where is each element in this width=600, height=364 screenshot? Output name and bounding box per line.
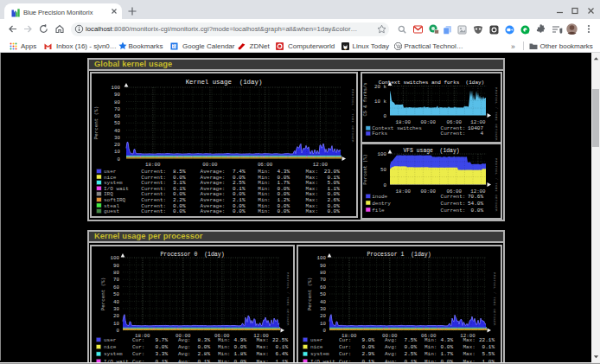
svg-text:Min:: Min:: [218, 337, 230, 343]
svg-text:0.0%: 0.0%: [198, 344, 211, 350]
svg-text:dentry: dentry: [372, 201, 391, 207]
svg-text:Avg:: Avg:: [385, 344, 397, 350]
svg-text:Context switches and forks (1: Context switches and forks (1day): [379, 80, 484, 86]
svg-text:Current:: Current:: [441, 201, 466, 207]
svg-text:5.5%: 5.5%: [482, 351, 495, 357]
svg-text:8.3%: 8.3%: [198, 337, 211, 343]
svg-text:80: 80: [320, 270, 326, 276]
svg-text:70: 70: [113, 277, 119, 283]
svg-text:user: user: [104, 337, 117, 343]
svg-text:100: 100: [111, 255, 120, 261]
svg-text:90: 90: [113, 263, 119, 269]
svg-text:Max:: Max:: [463, 337, 476, 343]
svg-text:0.0%: 0.0%: [173, 208, 186, 214]
svg-text:70: 70: [114, 106, 120, 112]
svg-text:18:00: 18:00: [396, 188, 412, 195]
svg-text:0: 0: [384, 182, 387, 188]
svg-text:Forks: Forks: [372, 131, 387, 137]
svg-text:0.0%: 0.0%: [327, 208, 340, 214]
svg-text:12:00: 12:00: [470, 119, 486, 125]
svg-text:Kernel usage (1day): Kernel usage (1day): [186, 79, 263, 86]
svg-text:60: 60: [320, 284, 326, 291]
svg-text:10: 10: [320, 321, 326, 327]
svg-text:Max:: Max:: [257, 337, 269, 343]
svg-text:00:00: 00:00: [420, 119, 436, 125]
svg-text:Min:: Min:: [218, 351, 230, 357]
svg-text:0: 0: [384, 113, 387, 119]
svg-text:30: 30: [320, 306, 326, 312]
svg-text:22.5%: 22.5%: [272, 337, 288, 343]
svg-text:2.8%: 2.8%: [198, 351, 211, 357]
svg-text:Avg:: Avg:: [178, 344, 190, 350]
svg-text:Processor 0 (1day): Processor 0 (1day): [160, 252, 224, 258]
svg-text:Max:: Max:: [257, 351, 269, 357]
svg-text:1.8%: 1.8%: [234, 351, 247, 357]
svg-text:Cur:: Cur:: [132, 351, 144, 357]
svg-text:Current:: Current:: [441, 208, 466, 214]
svg-text:22.1%: 22.1%: [479, 337, 495, 343]
svg-text:50: 50: [113, 291, 119, 297]
svg-text:18:00: 18:00: [145, 162, 161, 168]
svg-text:Max:: Max:: [463, 344, 476, 350]
svg-text:80: 80: [114, 99, 120, 105]
svg-text:Percent (%): Percent (%): [307, 278, 313, 310]
svg-text:Min:: Min:: [424, 351, 437, 357]
svg-text:Percent (%): Percent (%): [100, 278, 106, 310]
svg-text:100: 100: [317, 255, 327, 261]
svg-text:00:00: 00:00: [420, 188, 436, 195]
svg-text:30: 30: [113, 306, 119, 312]
svg-text:100: 100: [378, 151, 387, 157]
svg-text:Cur:: Cur:: [339, 337, 351, 343]
svg-text:Processor 1 (1day): Processor 1 (1day): [367, 252, 431, 258]
svg-text:Cur:: Cur:: [339, 351, 351, 357]
svg-text:Max:: Max:: [257, 344, 269, 350]
svg-text:0: 0: [117, 328, 120, 334]
svg-text:Avg:: Avg:: [385, 351, 397, 357]
svg-text:40: 40: [114, 128, 120, 134]
svg-text:4: 4: [480, 131, 483, 137]
svg-text:0: 0: [323, 328, 327, 334]
svg-text:80: 80: [113, 270, 119, 276]
svg-text:Cur:: Cur:: [339, 344, 351, 350]
svg-text:Max:: Max:: [306, 208, 318, 214]
svg-text:6.4%: 6.4%: [276, 351, 289, 357]
svg-text:Cur:: Cur:: [132, 337, 144, 343]
svg-text:RRDTOOL / TOBI OETIKER: RRDTOOL / TOBI OETIKER: [286, 272, 290, 326]
svg-text:40: 40: [113, 299, 119, 305]
svg-text:10 k: 10 k: [374, 99, 386, 105]
svg-text:4.3%: 4.3%: [441, 337, 454, 343]
svg-text:00:00: 00:00: [202, 162, 218, 168]
svg-text:50: 50: [380, 167, 386, 173]
svg-text:0.1%: 0.1%: [482, 344, 495, 350]
svg-text:9.0%: 9.0%: [362, 337, 375, 343]
svg-text:60: 60: [113, 284, 119, 291]
svg-text:Current:: Current:: [441, 131, 466, 137]
svg-text:Average:: Average:: [201, 208, 226, 214]
svg-text:20: 20: [320, 313, 326, 319]
svg-text:40: 40: [320, 299, 326, 305]
svg-text:1.7%: 1.7%: [441, 351, 454, 357]
svg-text:Avg:: Avg:: [178, 337, 190, 343]
svg-text:06:00: 06:00: [258, 162, 273, 168]
svg-text:nice: nice: [104, 344, 117, 350]
svg-text:system: system: [310, 351, 329, 357]
svg-text:90: 90: [320, 263, 326, 269]
svg-text:0.0%: 0.0%: [234, 344, 247, 350]
svg-text:90: 90: [114, 92, 120, 98]
svg-text:50: 50: [114, 120, 120, 126]
svg-text:20: 20: [113, 313, 119, 319]
svg-text:70: 70: [320, 277, 326, 283]
svg-text:Avg:: Avg:: [178, 351, 190, 357]
svg-text:70.6%: 70.6%: [468, 194, 483, 200]
svg-text:Min:: Min:: [424, 337, 437, 343]
svg-text:4.9%: 4.9%: [234, 337, 247, 343]
svg-text:7.5%: 7.5%: [405, 337, 418, 343]
svg-text:Min:: Min:: [258, 208, 270, 214]
svg-text:0.0%: 0.0%: [441, 344, 454, 350]
svg-text:Min:: Min:: [424, 344, 437, 350]
svg-text:0.0%: 0.0%: [278, 208, 290, 214]
svg-text:100: 100: [112, 85, 121, 91]
svg-text:Current:: Current:: [141, 208, 166, 214]
svg-text:guest: guest: [104, 208, 119, 214]
svg-text:0.0%: 0.0%: [233, 208, 246, 214]
